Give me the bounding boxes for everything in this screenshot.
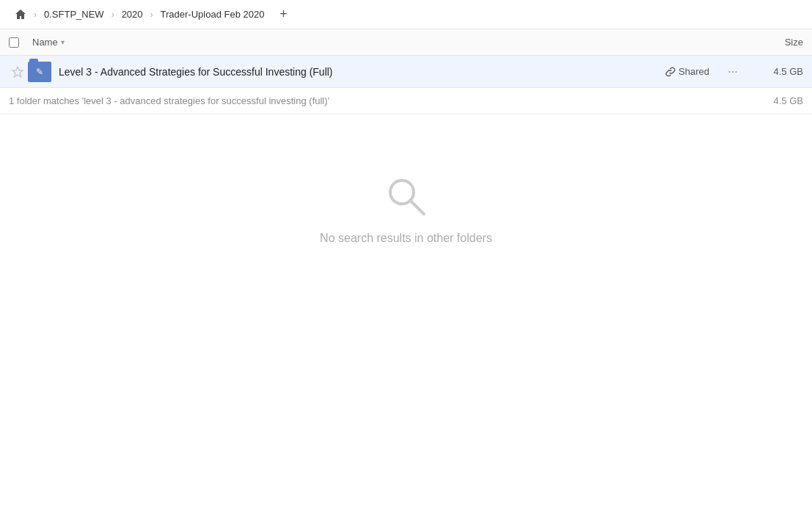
svg-marker-0 bbox=[12, 67, 23, 77]
column-header: Name ▾ Size bbox=[0, 29, 812, 56]
search-info-text: 1 folder matches 'level 3 - advanced str… bbox=[9, 95, 329, 106]
breadcrumb-item-trader[interactable]: Trader-Upload Feb 2020 bbox=[155, 6, 271, 23]
shared-badge: Shared bbox=[654, 66, 721, 77]
search-info-size: 4.5 GB bbox=[774, 95, 803, 106]
star-button[interactable] bbox=[9, 66, 26, 78]
breadcrumb-item-sftp[interactable]: 0.SFTP_NEW bbox=[38, 6, 110, 23]
no-results-icon bbox=[383, 173, 430, 220]
file-size: 4.5 GB bbox=[745, 66, 803, 77]
home-button[interactable] bbox=[9, 3, 32, 26]
search-info-bar: 1 folder matches 'level 3 - advanced str… bbox=[0, 88, 812, 114]
breadcrumb-bar: › 0.SFTP_NEW › 2020 › Trader-Upload Feb … bbox=[0, 0, 812, 29]
file-name: Level 3 - Advanced Strategies for Succes… bbox=[53, 66, 654, 78]
more-options-button[interactable]: ··· bbox=[721, 65, 745, 78]
file-row[interactable]: ✎ Level 3 - Advanced Strategies for Succ… bbox=[0, 56, 812, 88]
add-button[interactable]: + bbox=[273, 4, 293, 25]
breadcrumb-item-2020[interactable]: 2020 bbox=[116, 6, 149, 23]
folder-icon: ✎ bbox=[26, 60, 53, 84]
select-all-checkbox[interactable] bbox=[9, 37, 19, 48]
folder-pen-icon: ✎ bbox=[36, 67, 43, 77]
breadcrumb-separator-3: › bbox=[150, 10, 153, 20]
size-column-header: Size bbox=[745, 37, 803, 48]
breadcrumb-separator-1: › bbox=[34, 10, 37, 20]
svg-line-2 bbox=[410, 200, 424, 214]
link-icon bbox=[665, 67, 676, 77]
no-results-section: No search results in other folders bbox=[0, 114, 812, 304]
select-all-checkbox-wrapper[interactable] bbox=[9, 37, 32, 48]
no-results-text: No search results in other folders bbox=[320, 232, 492, 245]
breadcrumb-separator-2: › bbox=[111, 10, 114, 20]
name-column-header[interactable]: Name ▾ bbox=[32, 37, 745, 48]
name-sort-icon: ▾ bbox=[61, 38, 65, 46]
